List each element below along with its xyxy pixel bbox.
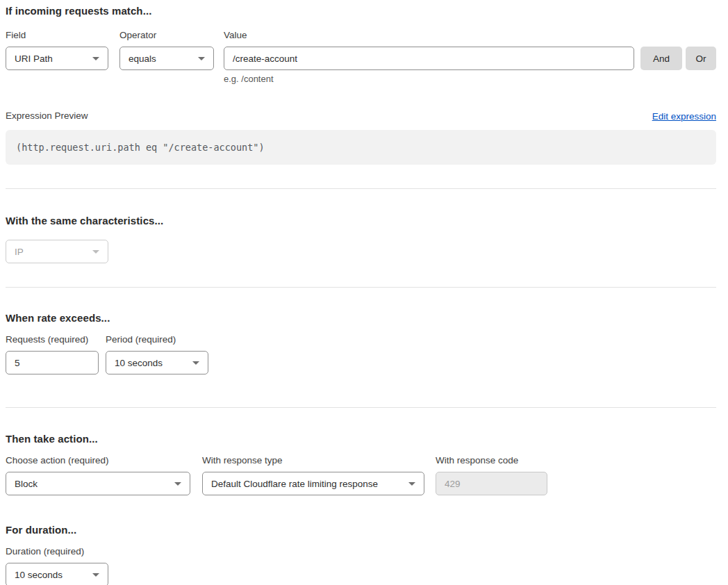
rate-limit-rule-form: If incoming requests match... Field URI … [0, 0, 728, 585]
choose-action-select[interactable]: Block [6, 472, 190, 495]
action-row: Choose action (required) Block With resp… [6, 455, 716, 495]
period-select[interactable]: 10 seconds [106, 351, 208, 374]
rate-row: Requests (required) Period (required) 10… [6, 334, 716, 374]
operator-select-value: equals [129, 53, 156, 64]
period-select-value: 10 seconds [115, 358, 163, 368]
duration-select[interactable]: 10 seconds [6, 563, 108, 585]
response-type-select[interactable]: Default Cloudflare rate limiting respons… [202, 472, 424, 495]
response-code-input [436, 472, 547, 495]
chevron-down-icon [192, 361, 199, 365]
chevron-down-icon [92, 57, 99, 60]
characteristic-select: IP [6, 240, 108, 263]
duration-select-value: 10 seconds [15, 570, 63, 580]
value-label: Value [224, 30, 634, 41]
characteristic-select-value: IP [15, 247, 24, 257]
chevron-down-icon [92, 250, 99, 254]
response-type-select-value: Default Cloudflare rate limiting respons… [211, 479, 378, 489]
operator-label: Operator [119, 30, 214, 41]
requests-input[interactable] [6, 351, 99, 374]
requests-label: Requests (required) [6, 334, 99, 345]
or-button[interactable]: Or [686, 47, 716, 70]
match-section-heading: If incoming requests match... [6, 5, 716, 17]
response-code-label: With response code [436, 455, 547, 466]
chevron-down-icon [92, 573, 99, 577]
duration-section-heading: For duration... [6, 524, 716, 536]
rate-section-heading: When rate exceeds... [6, 312, 716, 324]
expression-preview-header: Expression Preview Edit expression [6, 110, 716, 122]
operator-select[interactable]: equals [119, 47, 214, 70]
field-select[interactable]: URI Path [6, 47, 108, 70]
characteristics-section-heading: With the same characteristics... [6, 215, 716, 227]
response-type-label: With response type [202, 455, 424, 466]
choose-action-label: Choose action (required) [6, 455, 190, 466]
chevron-down-icon [198, 57, 205, 60]
edit-expression-link[interactable]: Edit expression [652, 111, 716, 122]
choose-action-select-value: Block [15, 479, 38, 489]
period-label: Period (required) [106, 334, 208, 345]
expression-preview-label: Expression Preview [6, 110, 88, 122]
expression-preview-code: (http.request.uri.path eq "/create-accou… [6, 130, 716, 165]
value-input[interactable] [224, 47, 634, 70]
section-divider [6, 407, 716, 408]
section-divider [6, 188, 716, 189]
duration-label: Duration (required) [6, 546, 108, 557]
value-hint: e.g. /content [224, 74, 716, 84]
field-select-value: URI Path [15, 53, 53, 64]
field-label: Field [6, 30, 108, 41]
action-section-heading: Then take action... [6, 433, 716, 445]
and-button[interactable]: And [640, 47, 682, 70]
match-row: Field URI Path Operator equals Value And… [6, 30, 716, 70]
chevron-down-icon [408, 482, 415, 486]
chevron-down-icon [174, 482, 181, 486]
section-divider [6, 287, 716, 288]
